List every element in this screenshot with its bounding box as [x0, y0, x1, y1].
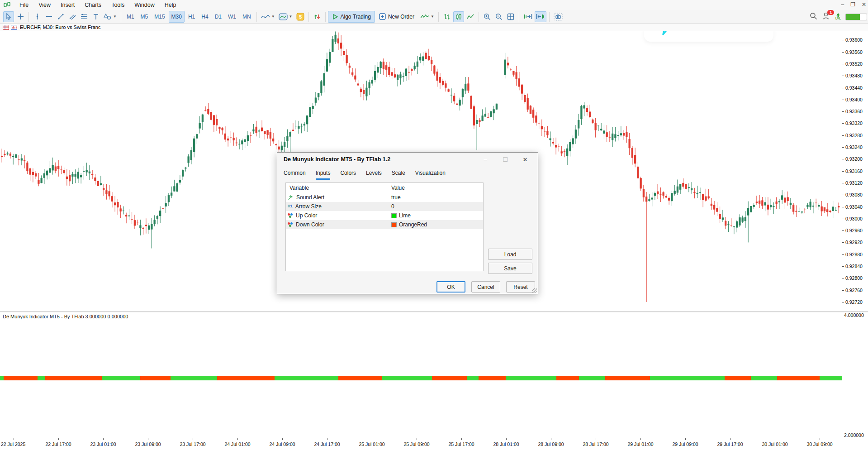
search-icon[interactable] — [810, 12, 817, 22]
dialog-tab-visualization[interactable]: Visualization — [415, 170, 446, 180]
color-input-icon — [288, 222, 293, 227]
parameter-row[interactable]: Down ColorOrangeRed — [286, 220, 483, 229]
strip-segment-down — [777, 376, 820, 380]
time-label: 23 Jul 17:00 — [180, 441, 205, 447]
parameter-row[interactable]: Up ColorLime — [286, 211, 483, 220]
tick-chart-icon[interactable]: ▼ — [419, 11, 436, 22]
save-button[interactable]: Save — [488, 263, 532, 274]
shapes-tool-icon[interactable]: ▼ — [102, 11, 118, 22]
channel-tool-icon[interactable] — [67, 11, 78, 22]
timeframe-h4-button[interactable]: H4 — [199, 11, 211, 23]
parameter-value[interactable]: Lime — [391, 212, 411, 219]
zoom-in-icon[interactable] — [482, 11, 493, 22]
buy-sell-arrows-icon[interactable] — [312, 11, 323, 22]
timeframe-h1-button[interactable]: H1 — [185, 11, 198, 23]
menu-item-window[interactable]: Window — [129, 0, 159, 10]
timeframe-m5-button[interactable]: M5 — [138, 11, 151, 23]
timeframe-d1-button[interactable]: D1 — [212, 11, 224, 23]
algo-trading-button[interactable]: Algo Trading — [328, 11, 375, 23]
window-minimize-button[interactable]: – — [841, 0, 844, 9]
dialog-close-button[interactable]: ✕ — [516, 153, 534, 166]
time-label: 28 Jul 09:00 — [538, 441, 564, 447]
subwindow-separator[interactable] — [0, 312, 868, 312]
chevron-down-icon: ▼ — [289, 14, 293, 19]
dialog-tab-inputs[interactable]: Inputs — [316, 170, 331, 180]
strip-segment-down — [725, 376, 751, 380]
menu-item-insert[interactable]: Insert — [56, 0, 80, 10]
menu-item-help[interactable]: Help — [160, 0, 181, 10]
level-icon[interactable]: LVL — [835, 13, 841, 20]
chart-title-bar[interactable]: EURCHF, M30: Euro vs Swiss Franc — [0, 24, 868, 31]
timeframe-m30-button[interactable]: M30 — [169, 11, 185, 23]
profile-icon[interactable]: 1 — [822, 12, 831, 22]
load-button[interactable]: Load — [488, 249, 532, 260]
time-label: 30 Jul 01:00 — [762, 441, 787, 447]
vertical-line-tool-icon[interactable] — [32, 11, 43, 22]
price-label: 0.93240 — [845, 144, 863, 150]
price-tick — [842, 207, 844, 207]
resize-grip[interactable] — [532, 288, 537, 293]
timeframe-mn-button[interactable]: MN — [240, 11, 254, 23]
price-label: 0.93120 — [845, 180, 863, 186]
price-label: 0.92960 — [845, 228, 863, 233]
new-order-button[interactable]: New Order — [375, 11, 418, 23]
dialog-tab-common[interactable]: Common — [284, 170, 306, 180]
currency-icon[interactable]: $ — [295, 11, 306, 22]
window-close-button[interactable]: ✕ — [862, 0, 866, 9]
dialog-tab-levels[interactable]: Levels — [366, 170, 382, 180]
auto-scroll-icon[interactable] — [522, 11, 534, 22]
window-restore-button[interactable]: ❐ — [850, 0, 855, 9]
crosshair-tool-button[interactable] — [15, 11, 26, 22]
timeframe-w1-button[interactable]: W1 — [225, 11, 239, 23]
menu-bar: FileViewInsertChartsToolsWindowHelp – ❐ … — [0, 0, 868, 10]
chart-line-type-icon[interactable]: ▼ — [260, 11, 276, 22]
menu-item-tools[interactable]: Tools — [106, 0, 129, 10]
ok-button[interactable]: OK — [436, 281, 465, 293]
strip-segment-down — [556, 376, 579, 380]
parameter-row[interactable]: Sound Alerttrue — [286, 193, 483, 202]
line-chart-mode-icon[interactable] — [465, 11, 476, 22]
parameter-value[interactable]: OrangeRed — [391, 221, 427, 228]
dialog-tab-colors[interactable]: Colors — [340, 170, 356, 180]
text-tool-icon[interactable] — [90, 11, 101, 22]
horizontal-line-tool-icon[interactable] — [43, 11, 54, 22]
timeframe-m1-button[interactable]: M1 — [124, 11, 137, 23]
dialog-minimize-button[interactable]: – — [476, 153, 494, 166]
cancel-button[interactable]: Cancel — [471, 281, 500, 293]
reset-button[interactable]: Reset — [506, 281, 535, 293]
trendline-tool-icon[interactable] — [55, 11, 66, 22]
time-tick — [148, 438, 148, 440]
price-axis[interactable]: 0.936400.936000.935600.935200.934800.934… — [842, 0, 868, 451]
parameter-value[interactable]: true — [391, 194, 401, 201]
notification-badge: 1 — [827, 10, 834, 15]
price-tick — [842, 147, 844, 148]
menu-item-charts[interactable]: Charts — [80, 0, 106, 10]
dialog-tab-scale[interactable]: Scale — [392, 170, 405, 180]
price-label: 0.93520 — [845, 61, 863, 67]
price-label: 0.93200 — [845, 156, 863, 162]
timeframe-m15-button[interactable]: M15 — [152, 11, 167, 23]
indicator-window-icon[interactable]: ▼ — [277, 11, 294, 22]
fibonacci-tool-icon[interactable] — [79, 11, 90, 22]
parameter-value[interactable]: 0 — [391, 203, 394, 210]
time-tick — [551, 438, 551, 440]
menu-item-view[interactable]: View — [33, 0, 56, 10]
tile-windows-icon[interactable] — [505, 11, 516, 22]
parameter-row[interactable]: 01Arrow Size0 — [286, 202, 483, 211]
indicator-scale-bottom: 2.000000 — [844, 432, 864, 438]
time-label: 25 Jul 09:00 — [403, 441, 429, 447]
candlestick-mode-icon[interactable] — [453, 11, 464, 22]
cursor-tool-button[interactable] — [3, 11, 14, 22]
price-tick — [842, 219, 844, 219]
time-axis[interactable]: 22 Jul 202522 Jul 17:0023 Jul 01:0023 Ju… — [0, 438, 868, 451]
screenshot-icon[interactable] — [552, 11, 564, 22]
int-input-icon: 01 — [288, 204, 293, 209]
zoom-out-icon[interactable] — [493, 11, 504, 22]
menu-item-file[interactable]: File — [14, 0, 33, 10]
chart-shift-icon[interactable] — [535, 11, 546, 22]
strip-segment-up — [382, 376, 432, 380]
timeframe-group: M1M5M15M30H1H4D1W1MN — [123, 11, 254, 23]
bar-chart-mode-icon[interactable] — [441, 11, 452, 22]
price-tick — [842, 242, 844, 243]
price-tick — [842, 100, 844, 100]
